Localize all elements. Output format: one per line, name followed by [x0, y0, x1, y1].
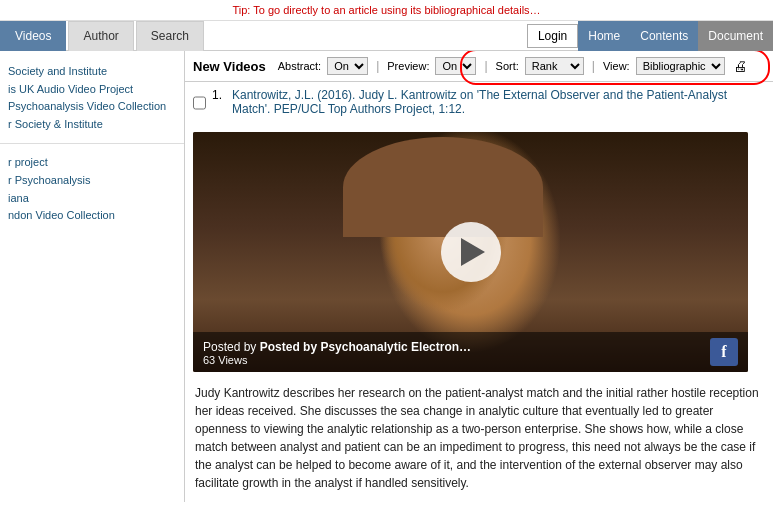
- tab-search[interactable]: Search: [136, 21, 204, 51]
- article-citation[interactable]: Kantrowitz, J.L. (2016). Judy L. Kantrow…: [232, 88, 765, 116]
- sidebar-link-1[interactable]: Society and Institute: [8, 63, 176, 81]
- preview-label: Preview:: [387, 60, 429, 72]
- content-area: New Videos Abstract: On Off | Preview: O…: [185, 51, 773, 502]
- tab-row: Videos Author Search: [0, 21, 206, 51]
- figure-hair: [343, 137, 543, 237]
- sep-1: |: [376, 59, 379, 73]
- sort-select[interactable]: Rank Date Author: [525, 57, 584, 75]
- abstract-select[interactable]: On Off: [327, 57, 368, 75]
- sort-label: Sort:: [496, 60, 519, 72]
- sidebar-divider-1: [0, 143, 184, 144]
- article-number: 1.: [212, 88, 226, 116]
- tab-author[interactable]: Author: [68, 21, 133, 51]
- sidebar: Society and Institute is UK Audio Video …: [0, 51, 185, 502]
- abstract-text: Judy Kantrowitz describes her research o…: [185, 376, 773, 500]
- video-info: Posted by Posted by Psychoanalytic Elect…: [203, 340, 471, 366]
- sidebar-section-2: r project r Psychoanalysis iana ndon Vid…: [0, 150, 184, 228]
- play-triangle-icon: [461, 238, 485, 266]
- view-select[interactable]: Bibliographic Full Cite: [636, 57, 725, 75]
- article-item: 1. Kantrowitz, J.L. (2016). Judy L. Kant…: [193, 88, 765, 116]
- sep-2: |: [484, 59, 487, 73]
- tab-videos[interactable]: Videos: [0, 21, 66, 51]
- home-button[interactable]: Home: [578, 21, 630, 51]
- sep-3: |: [592, 59, 595, 73]
- facebook-icon[interactable]: f: [710, 338, 738, 366]
- nav-bar: Videos Author Search Login Home Contents…: [0, 21, 773, 51]
- contents-button[interactable]: Contents: [630, 21, 698, 51]
- article-list: 1. Kantrowitz, J.L. (2016). Judy L. Kant…: [185, 82, 773, 128]
- video-player[interactable]: Posted by Posted by Psychoanalytic Elect…: [193, 132, 748, 372]
- video-overlay: Posted by Posted by Psychoanalytic Elect…: [193, 332, 748, 372]
- video-views: 63 Views: [203, 354, 471, 366]
- document-button[interactable]: Document: [698, 21, 773, 51]
- tip-bar: Tip: To go directly to an article using …: [0, 0, 773, 21]
- print-icon[interactable]: 🖨: [733, 58, 747, 74]
- abstract-label: Abstract:: [278, 60, 321, 72]
- content-header: New Videos Abstract: On Off | Preview: O…: [185, 51, 773, 82]
- sidebar-link-3[interactable]: Psychoanalysis Video Collection: [8, 98, 176, 116]
- play-button[interactable]: [441, 222, 501, 282]
- sidebar-section-1: Society and Institute is UK Audio Video …: [0, 59, 184, 137]
- video-posted-by: Posted by Posted by Psychoanalytic Elect…: [203, 340, 471, 354]
- login-button[interactable]: Login: [527, 24, 578, 48]
- view-label: View:: [603, 60, 630, 72]
- preview-select[interactable]: On Off: [435, 57, 476, 75]
- content-title: New Videos: [193, 59, 266, 74]
- sidebar-link-8[interactable]: ndon Video Collection: [8, 207, 176, 225]
- article-checkbox[interactable]: [193, 90, 206, 116]
- tip-link[interactable]: Tip: To go directly to an article using …: [232, 4, 540, 16]
- sidebar-link-7[interactable]: iana: [8, 190, 176, 208]
- main-layout: Society and Institute is UK Audio Video …: [0, 51, 773, 502]
- sidebar-link-4[interactable]: r Society & Institute: [8, 116, 176, 134]
- sidebar-link-6[interactable]: r Psychoanalysis: [8, 172, 176, 190]
- sidebar-link-5[interactable]: r project: [8, 154, 176, 172]
- sidebar-link-2[interactable]: is UK Audio Video Project: [8, 81, 176, 99]
